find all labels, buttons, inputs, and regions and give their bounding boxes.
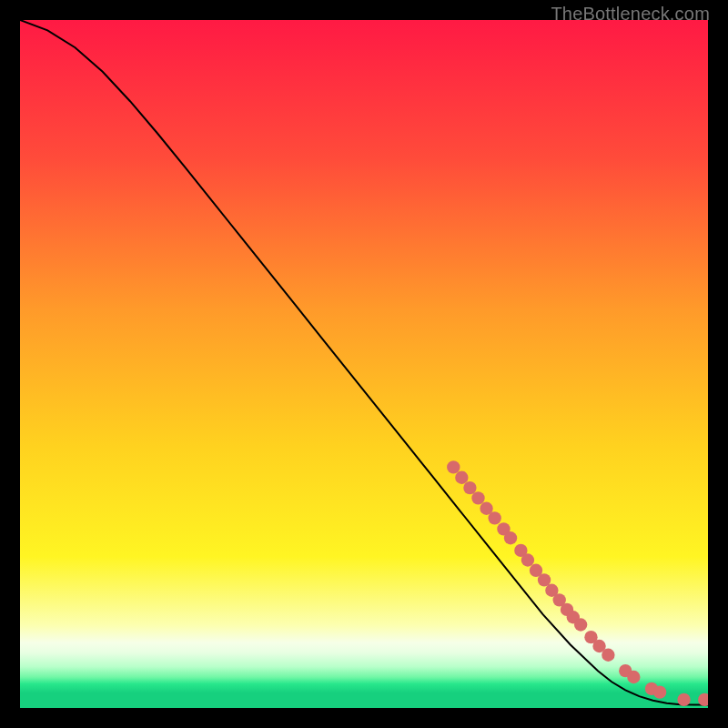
data-marker bbox=[463, 481, 476, 494]
data-marker bbox=[447, 460, 460, 473]
chart-svg bbox=[20, 20, 708, 708]
data-marker bbox=[488, 511, 500, 524]
chart-frame: TheBottleneck.com bbox=[0, 0, 728, 728]
data-marker bbox=[602, 649, 614, 662]
data-marker bbox=[471, 491, 484, 504]
data-marker bbox=[455, 471, 468, 484]
data-marker bbox=[677, 693, 690, 706]
data-marker bbox=[574, 618, 587, 631]
data-marker bbox=[653, 685, 666, 698]
data-marker bbox=[627, 671, 640, 683]
data-marker bbox=[521, 553, 534, 566]
data-marker bbox=[504, 531, 517, 544]
gradient-background bbox=[20, 20, 708, 708]
plot-area bbox=[20, 20, 708, 708]
